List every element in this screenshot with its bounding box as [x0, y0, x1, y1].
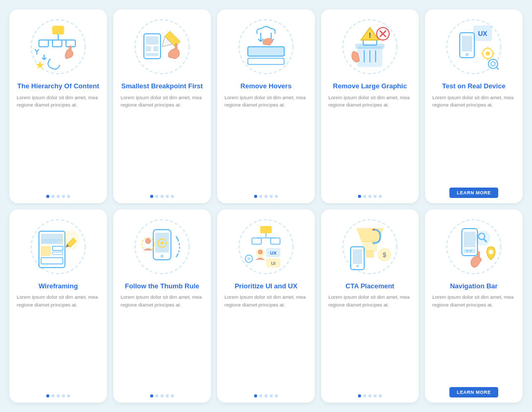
- card-title-graphic: Remove Large Graphic: [333, 82, 407, 91]
- svg-text:UX: UX: [478, 30, 487, 37]
- dot: [46, 195, 49, 198]
- card-title-device: Test on Real Device: [442, 82, 506, 91]
- dot: [161, 195, 164, 198]
- dot: [57, 394, 60, 397]
- svg-rect-51: [52, 252, 63, 255]
- illustration-hierarchy: [17, 16, 100, 78]
- card-body-wireframe: Lorem ipsum dolor sit dim amet, mea regi…: [17, 294, 100, 390]
- card-title-navbar: Navigation Bar: [450, 282, 498, 291]
- dot: [155, 394, 158, 397]
- card-title-hovers: Remove Hovers: [241, 82, 291, 91]
- card-navbar: Navigation Bar Lorem ipsum dolor sit dim…: [425, 209, 523, 403]
- illustration-graphic: !: [328, 16, 411, 78]
- svg-point-59: [161, 255, 164, 258]
- dot: [51, 195, 55, 198]
- svg-rect-35: [462, 36, 472, 51]
- dot: [368, 394, 371, 397]
- dots-cta: [358, 394, 382, 397]
- svg-rect-48: [41, 234, 63, 244]
- svg-point-63: [145, 238, 151, 244]
- dot: [62, 195, 65, 198]
- card-breakpoint: Smallest Breakpoint First Lorem ipsum do…: [113, 9, 211, 203]
- svg-rect-3: [39, 40, 48, 47]
- dots-breakpoint: [150, 195, 174, 198]
- svg-rect-68: [271, 238, 280, 244]
- dot: [57, 195, 60, 198]
- card-body-navbar: Lorem ipsum dolor sit dim amet, mea regi…: [432, 294, 515, 383]
- dot: [358, 195, 361, 198]
- learn-more-button-device[interactable]: LEARN MORE: [449, 188, 498, 198]
- svg-text:UI: UI: [271, 261, 276, 266]
- svg-rect-13: [153, 46, 158, 51]
- card-title-uiux: Prioritize UI and UX: [235, 282, 298, 291]
- illustration-navbar: [432, 216, 515, 278]
- dot: [275, 394, 278, 397]
- card-title-cta: CTA Placement: [345, 282, 394, 291]
- card-cta: $ CTA Placement Lorem ipsum dolor sit di…: [321, 209, 419, 403]
- card-body-uiux: Lorem ipsum dolor sit dim amet, mea regi…: [224, 294, 308, 390]
- svg-point-78: [247, 257, 250, 260]
- card-title-hierarchy: The Hierarchy Of Content: [17, 82, 99, 91]
- dot: [161, 394, 164, 397]
- card-hovers: Remove Hovers Lorem ipsum dolor sit dim …: [217, 9, 315, 203]
- svg-point-100: [489, 250, 493, 254]
- dot: [254, 394, 257, 397]
- svg-point-61: [161, 242, 164, 245]
- svg-point-89: [356, 264, 359, 267]
- card-body-breakpoint: Lorem ipsum dolor sit dim amet, mea regi…: [121, 94, 204, 191]
- svg-point-97: [475, 231, 490, 245]
- illustration-thumb: [121, 216, 204, 278]
- svg-rect-67: [252, 238, 261, 244]
- learn-more-button-navbar[interactable]: LEARN MORE: [449, 387, 498, 397]
- card-graphic: ! Remove Large Graphic Lorem ipsum dolor…: [321, 9, 419, 203]
- svg-rect-88: [353, 249, 362, 264]
- dot: [155, 195, 158, 198]
- card-body-graphic: Lorem ipsum dolor sit dim amet, mea regi…: [328, 94, 411, 191]
- dot: [171, 394, 174, 397]
- dot: [67, 195, 70, 198]
- dot: [368, 195, 371, 198]
- dot: [374, 394, 377, 397]
- dots-uiux: [254, 394, 278, 397]
- dot: [358, 394, 361, 397]
- illustration-cta: $: [328, 216, 411, 278]
- dot: [166, 394, 169, 397]
- card-body-hierarchy: Lorem ipsum dolor sit dim amet, mea regi…: [17, 94, 100, 191]
- svg-rect-12: [146, 46, 151, 51]
- dot: [270, 195, 273, 198]
- svg-point-38: [486, 51, 490, 56]
- dots-graphic: [358, 195, 382, 198]
- svg-point-36: [466, 53, 469, 56]
- dot: [379, 195, 382, 198]
- card-wireframe: Wireframing Lorem ipsum dolor sit dim am…: [9, 209, 107, 403]
- dot: [264, 195, 268, 198]
- dot: [171, 195, 174, 198]
- dots-thumb: [150, 394, 174, 397]
- card-body-thumb: Lorem ipsum dolor sit dim amet, mea regi…: [121, 294, 204, 390]
- card-hierarchy: The Hierarchy Of Content Lorem ipsum dol…: [9, 9, 107, 203]
- svg-rect-11: [146, 36, 158, 45]
- card-body-cta: Lorem ipsum dolor sit dim amet, mea regi…: [328, 294, 411, 390]
- dots-hovers: [254, 195, 278, 198]
- svg-rect-4: [52, 40, 62, 47]
- dot: [254, 195, 257, 198]
- dots-wireframe: [46, 394, 70, 397]
- dot: [259, 195, 262, 198]
- dot: [363, 394, 366, 397]
- card-device: UX Test on Real Device Lorem ipsum dolor…: [425, 9, 523, 203]
- svg-rect-65: [260, 226, 272, 233]
- card-uiux: UX UI Prioritize UI and UX Lorem ipsum d…: [217, 209, 315, 403]
- svg-marker-8: [36, 61, 44, 69]
- svg-rect-18: [248, 58, 284, 64]
- dot: [363, 195, 366, 198]
- svg-text:$: $: [383, 251, 387, 259]
- card-grid: The Hierarchy Of Content Lorem ipsum dol…: [0, 0, 532, 412]
- dot: [379, 394, 382, 397]
- illustration-hovers: [224, 16, 308, 78]
- dot: [259, 394, 262, 397]
- svg-text:UX: UX: [270, 250, 277, 256]
- dot: [46, 394, 49, 397]
- dot: [67, 394, 70, 397]
- svg-rect-52: [41, 258, 63, 264]
- svg-rect-1: [52, 26, 64, 34]
